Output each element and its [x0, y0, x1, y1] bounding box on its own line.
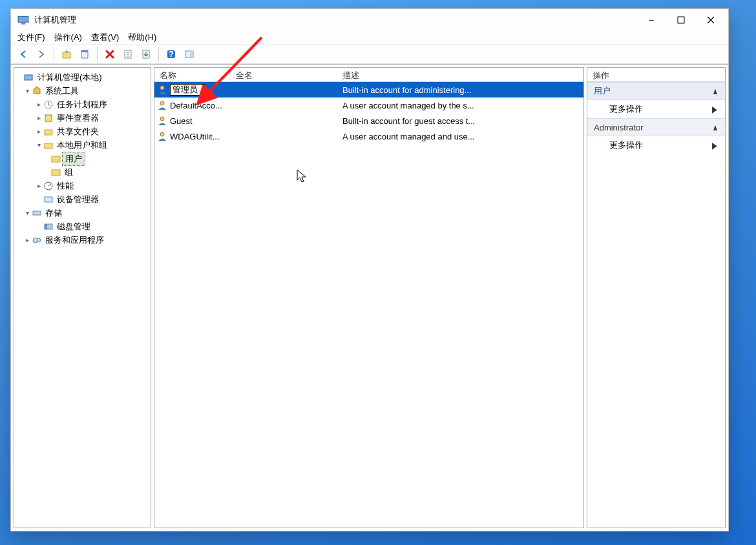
tree-pane[interactable]: 计算机管理(本地) ▾系统工具 ▸任务计划程序 ▸事件查看器 ▸共享文件夹 ▾本…: [14, 67, 151, 528]
svg-rect-1: [21, 23, 26, 24]
tree-event-viewer[interactable]: ▸事件查看器: [16, 111, 149, 125]
actions-item-more-1[interactable]: 更多操作▶: [587, 100, 725, 118]
menu-action[interactable]: 操作(A): [54, 32, 82, 43]
menu-file[interactable]: 文件(F): [17, 32, 45, 43]
user-row-admin[interactable]: Built-in account for administering...: [154, 82, 583, 98]
tree-performance[interactable]: ▸性能: [16, 179, 149, 192]
user-icon: [157, 116, 167, 126]
properties-button[interactable]: [76, 46, 93, 63]
svg-rect-17: [52, 156, 60, 162]
computer-management-window: 计算机管理 – 文件(F) 操作(A) 查看(V) 帮助(H) ?: [10, 8, 729, 531]
svg-rect-5: [81, 50, 88, 52]
svg-rect-2: [678, 17, 684, 23]
cursor-icon: [297, 169, 308, 183]
user-row-wdagutility[interactable]: WDAGUtilit... A user account managed and…: [154, 129, 583, 144]
tree-services-apps[interactable]: ▸服务和应用程序: [16, 233, 149, 247]
svg-rect-3: [63, 52, 70, 58]
svg-rect-21: [33, 211, 41, 215]
submenu-icon: ▶: [712, 140, 717, 150]
help-button[interactable]: ?: [163, 46, 180, 63]
tree-groups[interactable]: 组: [16, 165, 149, 179]
user-icon: [157, 131, 167, 141]
svg-rect-11: [190, 51, 193, 57]
collapse-icon: ▲: [712, 86, 719, 96]
list-body[interactable]: Built-in account for administering... De…: [154, 82, 583, 528]
column-desc[interactable]: 描述: [337, 68, 583, 81]
tree-users[interactable]: 用户: [16, 152, 149, 165]
tree-root[interactable]: 计算机管理(本地): [16, 70, 149, 84]
tree-device-manager[interactable]: 设备管理器: [16, 192, 149, 206]
up-button[interactable]: [58, 46, 75, 63]
close-icon: [707, 16, 715, 24]
user-icon: [157, 85, 167, 95]
svg-point-28: [160, 117, 164, 121]
maximize-icon: [677, 16, 685, 24]
svg-rect-18: [52, 170, 60, 176]
column-name[interactable]: 名称: [154, 68, 231, 81]
svg-rect-16: [45, 143, 52, 149]
delete-button[interactable]: [101, 46, 118, 63]
actions-item-more-2[interactable]: 更多操作▶: [587, 136, 725, 154]
tree-storage[interactable]: ▾存储: [16, 206, 149, 220]
user-icon: [157, 100, 167, 110]
user-row-guest[interactable]: Guest Built-in account for guest access …: [154, 113, 583, 129]
menu-view[interactable]: 查看(V): [91, 32, 119, 43]
close-button[interactable]: [696, 9, 726, 30]
user-row-defaultaccount[interactable]: DefaultAcco... A user account managed by…: [154, 98, 583, 113]
refresh-button[interactable]: [120, 46, 136, 63]
menu-help[interactable]: 帮助(H): [128, 32, 156, 43]
actions-section-users[interactable]: 用户▲: [587, 82, 725, 100]
actions-pane: 操作 用户▲ 更多操作▶ Administrator▲ 更多操作▶: [587, 67, 726, 528]
svg-text:?: ?: [169, 49, 174, 59]
show-actions-button[interactable]: [181, 46, 198, 63]
list-pane: 名称 全名 描述 Built-in account for administer…: [154, 67, 584, 528]
rename-input[interactable]: [170, 84, 205, 96]
svg-point-29: [160, 132, 164, 136]
svg-point-26: [160, 86, 164, 90]
svg-rect-0: [18, 16, 28, 22]
app-icon: [17, 14, 29, 26]
svg-rect-23: [45, 224, 47, 229]
window-title: 计算机管理: [34, 14, 76, 26]
svg-rect-14: [45, 115, 52, 121]
actions-section-administrator[interactable]: Administrator▲: [587, 118, 725, 136]
actions-header: 操作: [587, 68, 725, 82]
submenu-icon: ▶: [712, 104, 717, 114]
svg-point-27: [160, 101, 164, 105]
back-button[interactable]: [15, 46, 32, 63]
main-body: 计算机管理(本地) ▾系统工具 ▸任务计划程序 ▸事件查看器 ▸共享文件夹 ▾本…: [11, 64, 728, 531]
svg-rect-12: [25, 75, 32, 80]
tree-local-users-groups[interactable]: ▾本地用户和组: [16, 138, 149, 152]
list-header: 名称 全名 描述: [154, 68, 583, 82]
tree-shared-folders[interactable]: ▸共享文件夹: [16, 125, 149, 138]
collapse-icon: ▲: [712, 122, 719, 132]
forward-button[interactable]: [33, 46, 50, 63]
minimize-button[interactable]: –: [636, 9, 666, 30]
menubar: 文件(F) 操作(A) 查看(V) 帮助(H): [11, 30, 728, 45]
tree-task-scheduler[interactable]: ▸任务计划程序: [16, 98, 149, 111]
tree-system-tools[interactable]: ▾系统工具: [16, 84, 149, 98]
export-button[interactable]: [138, 46, 154, 63]
toolbar: ?: [11, 45, 728, 64]
svg-rect-15: [45, 130, 52, 135]
svg-rect-20: [45, 197, 52, 202]
svg-point-25: [37, 238, 41, 242]
tree-disk-management[interactable]: 磁盘管理: [16, 220, 149, 233]
column-fullname[interactable]: 全名: [231, 68, 337, 81]
titlebar[interactable]: 计算机管理 –: [11, 9, 728, 30]
maximize-button[interactable]: [666, 9, 696, 30]
